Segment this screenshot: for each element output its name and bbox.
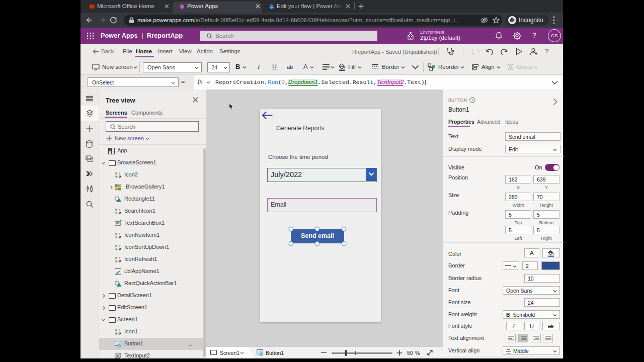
svg-text:?: ? bbox=[471, 98, 474, 103]
